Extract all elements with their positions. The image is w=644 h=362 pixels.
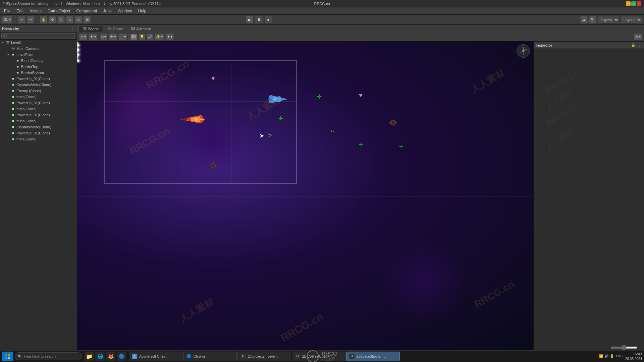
h-item-powerup3[interactable]: ■ PowerUp_01(Clone) bbox=[0, 112, 77, 118]
h-item-crystals1[interactable]: ■ CrystalsWhite(Clone) bbox=[0, 82, 77, 88]
h-item-bloodoverlay[interactable]: ■ BloodOverlay bbox=[0, 58, 77, 64]
start-button[interactable] bbox=[2, 352, 13, 361]
h-item-mine4[interactable]: ■ mine(Clone) bbox=[0, 136, 77, 142]
menu-window[interactable]: Window bbox=[115, 8, 135, 14]
taskbar-icon-firefox[interactable]: 🦊 bbox=[106, 352, 115, 361]
scene-light-btn[interactable]: 💡 bbox=[139, 34, 145, 40]
taskbar-app-unity3[interactable]: U 2dSpaceShooter f... bbox=[346, 352, 400, 361]
gl-dropdown[interactable]: GL ▾ bbox=[2, 16, 12, 23]
tab-animator[interactable]: 🎞 Animator bbox=[127, 25, 155, 32]
h-item-scene[interactable]: ▼ 🎬 Level1 bbox=[0, 40, 77, 46]
move-tool[interactable]: ✛ bbox=[49, 16, 56, 23]
collab-button[interactable]: ☁ bbox=[580, 16, 588, 23]
rect-tool[interactable]: ▭ bbox=[75, 16, 82, 23]
shading-dropdown[interactable]: □ ▾ bbox=[100, 34, 108, 40]
inspector-menu-icon[interactable]: ⋮ bbox=[637, 43, 642, 48]
scene-2d-btn[interactable]: 2D bbox=[130, 34, 137, 40]
scene-viewport[interactable]: RRCG.cn 人人素材 RRCG.cn 人人素材 RRCG.cn 人人素材 R… bbox=[77, 42, 533, 350]
mine-1 bbox=[389, 119, 397, 128]
taskbar-app-chrome[interactable]: 🔵 Chrome bbox=[183, 352, 237, 361]
menu-jobs[interactable]: Jobs bbox=[100, 8, 114, 14]
h-item-main-camera[interactable]: 📷 Main Camera bbox=[0, 46, 77, 52]
taskbar-icon-chrome[interactable]: 🔵 bbox=[117, 352, 126, 361]
svg-point-34 bbox=[522, 50, 524, 52]
volume-icon[interactable]: 🔊 bbox=[604, 354, 608, 358]
taskbar-app-unity1[interactable]: U 2d project2 - Level... bbox=[237, 352, 291, 361]
rrcg-logo: ⊕ RRCG 人人素材 bbox=[307, 350, 337, 362]
h-item-mine3[interactable]: ■ mine(Clone) bbox=[0, 118, 77, 124]
rrcg-sub-text: 人人素材 bbox=[321, 357, 337, 362]
maximize-button[interactable]: □ bbox=[631, 1, 636, 6]
watermark-3: RRCG.cn bbox=[127, 125, 171, 157]
h-item-powerup1[interactable]: ■ PowerUp_01(Clone) bbox=[0, 76, 77, 82]
h-item-powerup2[interactable]: ■ PowerUp_01(Clone) bbox=[0, 100, 77, 106]
redo-button[interactable]: ↪ bbox=[27, 16, 34, 23]
menu-help[interactable]: Help bbox=[136, 8, 149, 14]
chrome-icon: 🔵 bbox=[186, 354, 192, 359]
menu-file[interactable]: File bbox=[1, 8, 13, 14]
star bbox=[77, 43, 78, 44]
svg-rect-36 bbox=[8, 354, 10, 356]
heart-1: ♥ bbox=[211, 75, 215, 82]
hierarchy-header: Hierarchy ⋮ bbox=[0, 25, 77, 32]
watermark-6: 人人素材 bbox=[468, 67, 507, 97]
pause-button[interactable]: ⏸ bbox=[255, 16, 263, 24]
view-menu-icon[interactable]: ⋮ bbox=[637, 26, 643, 32]
menu-assets[interactable]: Assets bbox=[27, 8, 44, 14]
svg-point-7 bbox=[274, 98, 276, 100]
hierarchy-search-input[interactable] bbox=[1, 33, 75, 39]
hand-tool[interactable]: ✋ bbox=[40, 16, 47, 23]
h-item-levelpak[interactable]: ▼ ■ LevelPack bbox=[0, 52, 77, 58]
hierarchy-menu-icon[interactable]: ⋮ bbox=[69, 26, 75, 31]
battery-icon[interactable]: 🔋 bbox=[610, 354, 614, 358]
h-item-bordertop[interactable]: ■ BorderTop bbox=[0, 64, 77, 70]
scene-tab-icon: 🎬 bbox=[83, 27, 87, 31]
undo-button[interactable]: ↩ bbox=[18, 16, 25, 23]
star-bright bbox=[77, 60, 79, 62]
layout-dropdown[interactable]: Layout bbox=[621, 16, 642, 23]
taskbar-app-apowersoft[interactable]: A Apowersoft Onlin... bbox=[129, 352, 182, 361]
h-item-crystals2[interactable]: ■ CrystalsWhite(Clone) bbox=[0, 124, 77, 130]
scene-view-dropdown[interactable]: 👁 ▾ bbox=[89, 34, 97, 40]
menu-edit[interactable]: Edit bbox=[14, 8, 26, 14]
menu-gameobject[interactable]: GameObject bbox=[45, 8, 73, 14]
tab-scene[interactable]: 🎬 Scene bbox=[78, 25, 103, 32]
network-icon[interactable]: 📶 bbox=[599, 354, 603, 358]
scale-tool[interactable]: ⤡ bbox=[66, 16, 73, 23]
taskbar-search[interactable]: 🔍 Type here to search bbox=[15, 352, 82, 360]
step-button[interactable]: ⏭ bbox=[264, 16, 272, 24]
scene-hidden-btn[interactable]: 👁 ▾ bbox=[165, 34, 174, 40]
menu-component[interactable]: Component bbox=[73, 8, 100, 14]
scene-options-1[interactable]: ⚙ ▾ bbox=[109, 34, 117, 40]
h-item-enemy[interactable]: ■ Enemy (Clone) bbox=[0, 88, 77, 94]
view-tabs: 🎬 Scene 🎮 Game 🎞 Animator ⋮ bbox=[77, 25, 644, 32]
h-item-mine1[interactable]: ■ mine(Clone) bbox=[0, 94, 77, 100]
gizmos-dropdown[interactable]: ⊞ ▾ bbox=[79, 34, 87, 40]
scene-sep-1 bbox=[99, 34, 99, 40]
scene-grid-btn[interactable]: ⊞ ▾ bbox=[634, 34, 642, 40]
inspector-watermarks: RRCG.cn 人人素材 RRCG.cn 人人素材 bbox=[534, 49, 644, 148]
close-button[interactable]: ✕ bbox=[637, 1, 641, 6]
star bbox=[77, 51, 78, 52]
search-button[interactable]: 🔍 bbox=[589, 16, 596, 23]
rotate-tool[interactable]: ↻ bbox=[57, 16, 65, 23]
taskbar-icon-edge[interactable]: 🌐 bbox=[95, 352, 105, 361]
toolbar-right: ☁ 🔍 Layers Layout bbox=[580, 16, 642, 23]
taskbar-icon-file-explorer[interactable]: 📁 bbox=[85, 352, 94, 361]
h-item-borderbottom[interactable]: ■ BorderBottom bbox=[0, 70, 77, 76]
watermark-1: RRCG.cn bbox=[144, 57, 191, 92]
scene-fx-btn[interactable]: ✨ ▾ bbox=[155, 34, 164, 40]
tab-game[interactable]: 🎮 Game bbox=[103, 25, 127, 32]
star-bright bbox=[77, 49, 79, 51]
transform-tool[interactable]: ⊞ bbox=[84, 16, 91, 23]
scene-options-2[interactable]: ↔ ▾ bbox=[118, 34, 127, 40]
layers-dropdown[interactable]: Layers bbox=[598, 16, 619, 23]
h-item-powerup4[interactable]: ■ PowerUp_01(Clone) bbox=[0, 130, 77, 136]
rrcg-label: RRCG.cn bbox=[314, 2, 330, 6]
minimize-button[interactable]: ─ bbox=[626, 1, 631, 6]
scene-audio-btn[interactable]: 🔊 bbox=[147, 34, 153, 40]
scene-gizmo[interactable] bbox=[517, 44, 530, 58]
h-item-mine2[interactable]: ■ mine(Clone) bbox=[0, 106, 77, 112]
stars-container bbox=[77, 42, 533, 350]
play-button[interactable]: ▶ bbox=[246, 16, 254, 24]
